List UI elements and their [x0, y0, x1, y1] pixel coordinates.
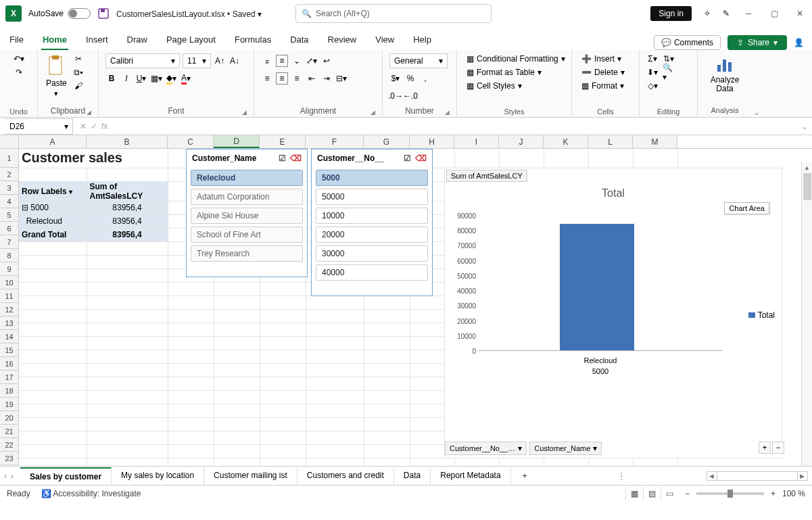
- dec-decimal[interactable]: ←.0: [404, 90, 416, 102]
- formula-input[interactable]: [112, 119, 788, 134]
- select-all-corner[interactable]: [0, 135, 19, 148]
- multiselect-icon[interactable]: ☑: [404, 153, 411, 163]
- column-header-A[interactable]: A: [19, 135, 87, 148]
- comma-icon[interactable]: ,: [419, 72, 431, 85]
- search-input[interactable]: 🔍 Search (Alt+Q): [295, 4, 492, 23]
- grow-font-icon[interactable]: A↑: [214, 55, 226, 67]
- zoom-slider[interactable]: [696, 492, 764, 495]
- row-header-14[interactable]: 14: [0, 330, 19, 344]
- clear[interactable]: ◇▾: [646, 80, 659, 92]
- cut-icon[interactable]: ✂: [72, 53, 85, 65]
- fx-icon[interactable]: fx: [101, 122, 108, 131]
- column-header-B[interactable]: B: [87, 135, 168, 148]
- align-right[interactable]: ≡: [291, 72, 303, 85]
- format-as-table[interactable]: ▦ Format as Table ▾: [464, 66, 544, 78]
- cancel-icon[interactable]: ✕: [80, 122, 87, 131]
- accessibility-status[interactable]: ♿ Accessibility: Investigate: [41, 489, 141, 498]
- pivot-row-label[interactable]: Grand Total: [19, 228, 87, 241]
- pencil-icon[interactable]: ✎: [723, 9, 730, 18]
- shrink-font-icon[interactable]: A↓: [229, 55, 241, 67]
- autosave-switch-track[interactable]: [68, 8, 91, 19]
- sheet-tab-report-metadata[interactable]: Report Metadata: [431, 467, 510, 485]
- pivot-row-label[interactable]: ⊟ 5000: [19, 201, 87, 214]
- cell-styles[interactable]: ▦ Cell Styles ▾: [464, 80, 525, 92]
- fill[interactable]: ⬇▾: [646, 66, 659, 78]
- spreadsheet-grid[interactable]: ABCDEFGHIJKLM 12345678910111213141516171…: [0, 135, 812, 466]
- font-color-button[interactable]: A▾: [180, 72, 192, 85]
- paste-button[interactable]: Paste▾: [45, 53, 68, 99]
- scroll-up[interactable]: ▲: [802, 162, 812, 173]
- pivot-row-labels-header[interactable]: Row Labels ▾: [19, 181, 87, 201]
- column-header-J[interactable]: J: [499, 135, 544, 148]
- format-painter-icon[interactable]: 🖌: [72, 80, 85, 92]
- accounting-icon[interactable]: $▾: [389, 72, 402, 85]
- maximize-button[interactable]: ▢: [767, 9, 781, 18]
- clipboard-launcher[interactable]: ◢: [87, 109, 91, 116]
- row-header-2[interactable]: 2: [0, 168, 19, 181]
- new-sheet-button[interactable]: ＋: [512, 470, 537, 481]
- row-header-16[interactable]: 16: [0, 357, 19, 371]
- chart-value-field[interactable]: Sum of AmtSalesLCY: [446, 170, 527, 182]
- share-button[interactable]: ⇪ Share ▾: [727, 35, 787, 50]
- font-name-select[interactable]: Calibri▾: [105, 53, 180, 68]
- align-middle[interactable]: ≡: [276, 55, 288, 67]
- slicer-item[interactable]: 5000: [316, 170, 428, 186]
- column-header-H[interactable]: H: [410, 135, 454, 148]
- view-page-layout[interactable]: ▤: [643, 487, 661, 500]
- clear-filter-icon[interactable]: ⌫: [415, 153, 427, 163]
- tab-home[interactable]: Home: [41, 30, 68, 50]
- view-page-break[interactable]: ▭: [661, 487, 678, 500]
- copy-icon[interactable]: ⧉▾: [72, 66, 85, 78]
- sheet-tab-customers-and-credit[interactable]: Customers and credit: [297, 467, 394, 485]
- fill-color-button[interactable]: ◆▾: [165, 72, 177, 85]
- slicer-item[interactable]: 50000: [316, 189, 428, 205]
- tab-page-layout[interactable]: Page Layout: [165, 30, 217, 50]
- row-header-15[interactable]: 15: [0, 344, 19, 357]
- sheet-tab-sales-by-customer[interactable]: Sales by customer: [20, 467, 112, 485]
- minimize-button[interactable]: ─: [742, 9, 755, 18]
- row-header-11[interactable]: 11: [0, 289, 19, 303]
- row-header-9[interactable]: 9: [0, 262, 19, 276]
- autosum[interactable]: Σ▾: [646, 53, 659, 65]
- column-header-C[interactable]: C: [168, 135, 214, 148]
- column-header-I[interactable]: I: [454, 135, 499, 148]
- sheet-tab-my-sales-by-location[interactable]: My sales by location: [112, 467, 204, 485]
- slicer-item[interactable]: Alpine Ski House: [191, 208, 303, 224]
- insert-cells[interactable]: ➕ Insert ▾: [579, 53, 624, 65]
- sheet-tab-data[interactable]: Data: [394, 467, 431, 485]
- tab-data[interactable]: Data: [289, 30, 310, 50]
- column-header-E[interactable]: E: [260, 135, 306, 148]
- slicer-item[interactable]: Relecloud: [191, 170, 303, 186]
- indent-decrease[interactable]: ⇤: [306, 72, 318, 85]
- chart-plus-button[interactable]: +: [759, 442, 771, 454]
- tab-file[interactable]: File: [8, 30, 25, 50]
- align-left[interactable]: ≡: [261, 72, 273, 85]
- tab-draw[interactable]: Draw: [126, 30, 149, 50]
- zoom-in[interactable]: +: [771, 489, 775, 498]
- slicer-item[interactable]: 30000: [316, 245, 428, 262]
- ribbon-collapse[interactable]: ⌄: [752, 50, 761, 117]
- scroll-thumb[interactable]: [803, 173, 811, 200]
- merge-center[interactable]: ⊟▾: [335, 72, 348, 85]
- row-header-18[interactable]: 18: [0, 384, 19, 398]
- enter-icon[interactable]: ✓: [91, 122, 97, 131]
- scroll-right[interactable]: ▶: [797, 471, 808, 481]
- sheet-tab-customer-mailing-ist[interactable]: Customer mailing ist: [204, 467, 297, 485]
- chart-area[interactable]: Sum of AmtSalesLCY Chart Area Total 0100…: [444, 168, 782, 458]
- tab-view[interactable]: View: [374, 30, 396, 50]
- tab-formulas[interactable]: Formulas: [233, 30, 272, 50]
- row-header-3[interactable]: 3: [0, 181, 19, 195]
- row-header-5[interactable]: 5: [0, 208, 19, 222]
- chart-minus-button[interactable]: −: [772, 442, 784, 454]
- file-name[interactable]: CustomerSalesListLayout.xlsx • Saved ▾: [116, 9, 262, 19]
- font-launcher[interactable]: ◢: [242, 109, 247, 116]
- undo-button[interactable]: ↶▾: [13, 53, 25, 65]
- analyze-data[interactable]: Analyze Data: [704, 53, 745, 95]
- slicer-item[interactable]: Trey Research: [191, 245, 303, 262]
- clear-filter-icon[interactable]: ⌫: [290, 153, 302, 163]
- orientation[interactable]: ⤢▾: [306, 55, 318, 67]
- view-normal[interactable]: ▦: [625, 487, 643, 500]
- percent-icon[interactable]: %: [404, 72, 416, 85]
- column-header-K[interactable]: K: [544, 135, 588, 148]
- number-launcher[interactable]: ◢: [445, 109, 450, 116]
